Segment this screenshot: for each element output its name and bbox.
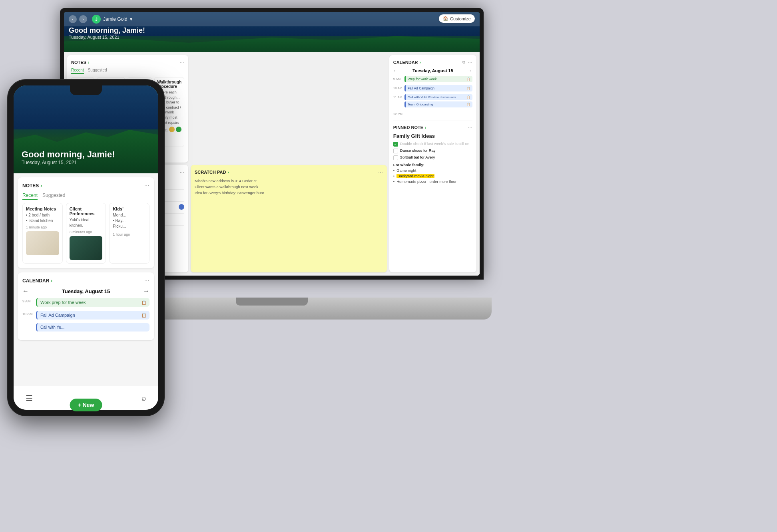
phone-event-fall[interactable]: Fall Ad Campaign 📋 (36, 311, 149, 320)
phone-time-label-9am: 9 AM (22, 299, 34, 309)
checkbox-unchecked[interactable] (393, 149, 398, 153)
time-label-11am: 11 AM (393, 94, 403, 99)
notes-card-header: NOTES › ··· (71, 59, 184, 66)
calendar-time-row: 11 AM Call with Yuki: Review disclosures… (393, 94, 472, 107)
calendar-events: 9 AM Prep for work week 📋 10 AM Fall Ad … (393, 76, 472, 116)
phone-notes-card: NOTES › ··· Recent Suggested Meeting Not… (18, 177, 154, 268)
calendar-more-button[interactable]: ··· (468, 59, 472, 66)
phone-tab-suggested[interactable]: Suggested (42, 193, 65, 200)
tasks-more-button[interactable]: ··· (179, 169, 184, 175)
phone-event-call[interactable]: Call with Yu... (36, 323, 149, 332)
phone-note-title: Meeting Notes (26, 206, 59, 211)
phone-calendar-arrow-icon[interactable]: › (51, 278, 52, 284)
phone-notes-grid: Meeting Notes • 2 bed / bath• Island kit… (22, 203, 149, 264)
phone-greeting: Good morning, Jamie! (22, 149, 115, 160)
calendar-arrow-icon[interactable]: › (420, 60, 421, 65)
phone-tab-recent[interactable]: Recent (22, 193, 38, 200)
calendar-next-button[interactable]: → (468, 68, 472, 73)
phone-calendar-title: CALENDAR › (22, 278, 52, 284)
phone-note-bullets: • 2 bed / bath• Island kitchen (26, 212, 59, 224)
phone-note-time: 3 minutes ago (70, 230, 103, 234)
pinned-section-title: For whole family: (393, 163, 472, 167)
badge-green (176, 127, 181, 132)
scratch-pad-text[interactable]: Micah's new address is 314 Cedar st. Cli… (195, 178, 383, 196)
notes-tabs: Recent Suggested (71, 68, 184, 74)
calendar-event-prep[interactable]: Prep for work week 📋 (404, 76, 472, 82)
phone-calendar-more-button[interactable]: ··· (144, 277, 149, 284)
phone-calendar-next-button[interactable]: → (143, 288, 149, 295)
phone-event-prep[interactable]: Work prep for the week 📋 (36, 298, 149, 307)
time-label-12pm: 12 PM (393, 111, 403, 116)
phone-note-kids[interactable]: Kids' Mond...• Ray...Picku... 1 hour ago (109, 203, 149, 264)
calendar-event-team[interactable]: Team Onboarding 📋 (404, 101, 472, 107)
phone-new-button[interactable]: + New (70, 399, 102, 410)
pinned-arrow-icon[interactable]: › (425, 125, 426, 130)
laptop-date-text: Tuesday, August 15, 2021 (69, 35, 145, 40)
scratch-pad-card: SCRATCH PAD › ··· Micah's new address is… (191, 165, 387, 272)
scratch-more-button[interactable]: ··· (378, 169, 383, 175)
phone-note-meeting[interactable]: Meeting Notes • 2 bed / bath• Island kit… (22, 203, 63, 264)
phone-note-title: Kids' (113, 206, 146, 211)
calendar-event-fall[interactable]: Fall Ad Campaign 📋 (404, 85, 472, 91)
phone-calendar-nav: ← Tuesday, August 15 → (22, 288, 149, 295)
scratch-pad-header: SCRATCH PAD › ··· (195, 169, 383, 175)
calendar-prev-button[interactable]: ← (393, 68, 398, 73)
assignee-badge (179, 204, 184, 210)
pinned-more-button[interactable]: ··· (468, 124, 472, 131)
pinned-item-dance-shoes[interactable]: Dance shoes for Ray (393, 148, 472, 153)
notes-arrow-icon[interactable]: › (88, 60, 89, 65)
phone-note-title: Client Preferences (70, 206, 103, 216)
notes-more-button[interactable]: ··· (179, 59, 184, 66)
phone-search-icon[interactable]: ⌕ (141, 393, 146, 403)
laptop-user-badge[interactable]: J Jamie Gold ▾ (92, 15, 132, 24)
pinned-note-name: Family Gift Ideas (393, 133, 472, 139)
notes-card-title: NOTES › (71, 60, 89, 65)
forward-arrow-button[interactable]: › (79, 15, 87, 23)
pinned-note-section: PINNED NOTE › ··· Family Gift Ideas ✓ Do… (393, 121, 472, 184)
phone-cal-time-row: 9 AM Work prep for the week 📋 (22, 298, 149, 309)
laptop-greeting-text: Good morning, Jamie! (69, 26, 145, 35)
calendar-nav: ← Tuesday, August 15 → (393, 68, 472, 73)
phone-notch (70, 85, 102, 95)
phone-calendar-events: 9 AM Work prep for the week 📋 10 AM Fall… (22, 298, 149, 333)
phone-notes-arrow-icon[interactable]: › (40, 183, 42, 189)
scratch-pad-title: SCRATCH PAD › (195, 170, 229, 175)
note-icon: 📋 (466, 87, 470, 90)
note-icon: 📋 (466, 95, 470, 99)
phone-date: Tuesday, August 15, 2021 (22, 160, 115, 165)
time-label-10am: 10 AM (393, 85, 403, 90)
phone-container: Good morning, Jamie! Tuesday, August 15,… (8, 80, 164, 415)
calendar-event-call[interactable]: Call with Yuki: Review disclosures 📋 (404, 94, 472, 100)
phone-event-note-icon: 📋 (141, 300, 146, 305)
phone-notes-more-button[interactable]: ··· (144, 182, 149, 189)
phone-content: NOTES › ··· Recent Suggested Meeting Not… (14, 173, 158, 386)
back-arrow-button[interactable]: ‹ (69, 15, 77, 23)
phone-screen: Good morning, Jamie! Tuesday, August 15,… (14, 85, 158, 410)
home-icon: 🏠 (443, 16, 448, 21)
laptop-user-avatar: J (92, 15, 101, 24)
phone-hero-text: Good morning, Jamie! Tuesday, August 15,… (22, 149, 115, 165)
phone-menu-icon[interactable]: ☰ (26, 393, 33, 403)
checkbox-checked[interactable]: ✓ (393, 142, 398, 147)
phone-event-note-icon: 📋 (141, 313, 146, 318)
note-icon: 📋 (466, 77, 470, 81)
tab-suggested[interactable]: Suggested (88, 68, 107, 74)
phone-note-time: 1 hour ago (113, 232, 130, 236)
calendar-copy-icon[interactable]: ⧉ (462, 60, 465, 65)
laptop-user-dropdown-icon[interactable]: ▾ (130, 16, 132, 22)
time-label-9am: 9 AM (393, 76, 403, 81)
tab-recent[interactable]: Recent (71, 68, 84, 74)
scratch-arrow-icon[interactable]: › (227, 170, 229, 175)
pinned-item-softball-bat[interactable]: Softball bat for Avery (393, 155, 472, 160)
phone-note-client[interactable]: Client Preferences Yuki's ideal kitchen.… (66, 203, 106, 264)
phone-cal-time-row: 10 AM Fall Ad Campaign 📋 Call with Yu... (22, 311, 149, 333)
phone-calendar-prev-button[interactable]: ← (22, 288, 29, 295)
customize-button[interactable]: 🏠 Customize (439, 14, 475, 23)
phone-bottom-nav: ☰ + New ⌕ (14, 386, 158, 410)
phone-calendar-header: CALENDAR › ··· (22, 277, 149, 284)
pinned-item-checked[interactable]: ✓ Double-check if last week's sale is st… (393, 141, 472, 147)
pinned-note-title-label: PINNED NOTE › (393, 125, 426, 130)
phone-calendar-card: CALENDAR › ··· ← Tuesday, August 15 → 9 … (18, 272, 154, 340)
phone-note-thumbnail (26, 231, 59, 255)
checkbox-unchecked[interactable] (393, 155, 398, 160)
